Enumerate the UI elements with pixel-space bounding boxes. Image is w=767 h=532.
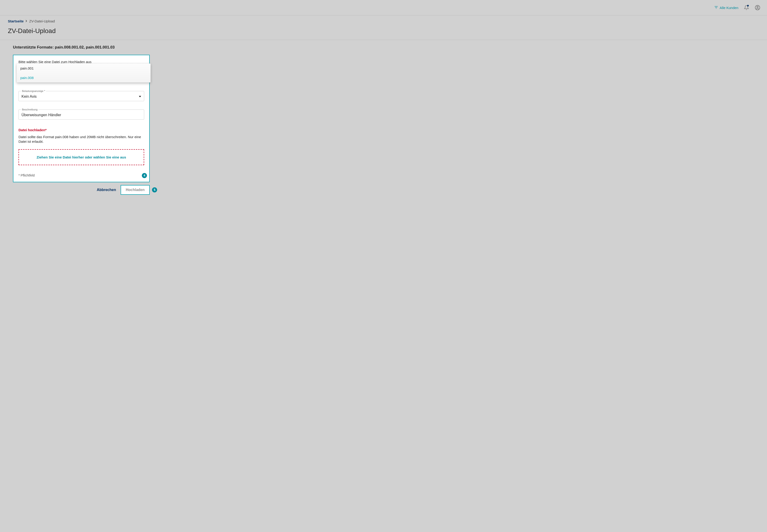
supported-formats-text: Unterstützte Formate: pain.008.001.02, p… [13,45,767,50]
action-row: Abbrechen Hochladen 5 [13,185,150,195]
notifications-button[interactable] [743,5,749,11]
debit-notice-value: Kein Avis [21,94,37,99]
description-label: Beschreibung [21,108,38,111]
customer-filter[interactable]: Alle Kunden [714,5,738,10]
breadcrumb-home-link[interactable]: Startseite [8,19,24,23]
cancel-button[interactable]: Abbrechen [97,188,116,192]
upload-hint-text: Datei sollte das Format pain.008 haben u… [18,135,144,144]
account-button[interactable] [755,5,761,11]
caret-down-icon [139,96,141,97]
customer-filter-label: Alle Kunden [720,6,738,10]
svg-point-4 [757,6,758,8]
file-type-option-pain008[interactable]: pain.008 [17,73,151,82]
breadcrumb: Startseite ZV-Datei-Upload [8,19,759,23]
page-header: Startseite ZV-Datei-Upload ZV-Datei-Uplo… [0,15,767,40]
debit-notice-select[interactable]: Belastungsanzeige * Kein Avis [18,91,144,101]
upload-button[interactable]: Hochladen [121,185,150,195]
file-type-dropdown: pain.001 pain.008 [17,64,151,82]
file-type-option-pain001[interactable]: pain.001 [17,64,151,73]
notification-dot-icon [747,5,749,6]
file-dropzone[interactable]: Ziehen Sie eine Datei hierher oder wähle… [18,149,144,165]
chevron-right-icon [25,20,27,23]
dropzone-text: Ziehen Sie eine Datei hierher oder wähle… [37,155,126,159]
upload-section-title: Datei hochladen* [18,128,144,132]
required-field-note: * Pflichtfeld [18,173,144,177]
breadcrumb-current: ZV-Datei-Upload [29,19,55,23]
content-area: Unterstützte Formate: pain.008.001.02, p… [0,40,767,204]
step-badge-5: 5 [152,187,157,192]
page-title: ZV-Datei-Upload [8,27,759,35]
choose-file-prompt: Bitte wählen Sie eine Datei zum Hochlade… [18,60,144,64]
debit-notice-label: Belastungsanzeige * [21,90,46,92]
filter-icon [714,5,718,10]
upload-panel: Bitte wählen Sie eine Datei zum Hochlade… [13,55,150,182]
step-badge-4: 4 [142,173,147,178]
description-field-wrapper: Beschreibung [18,109,144,120]
description-input[interactable] [21,113,141,117]
top-bar: Alle Kunden [0,0,767,15]
